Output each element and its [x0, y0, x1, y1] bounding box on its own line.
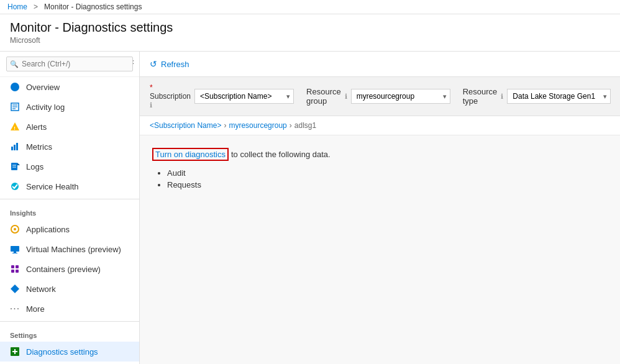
refresh-icon: ↺	[150, 59, 157, 69]
diag-list-item-requests: Requests	[167, 180, 608, 189]
svg-text:!: !	[14, 125, 16, 131]
alerts-icon: !	[10, 122, 20, 132]
sub-breadcrumb-resource-group[interactable]: myresourcegroup	[229, 121, 286, 130]
subscription-filter-group: * Subscription ℹ <Subscription Name>	[150, 83, 294, 109]
svg-rect-6	[11, 147, 13, 150]
svg-rect-17	[14, 252, 16, 253]
main-layout: « 🔍 Overview Activity log ! Alerts	[0, 52, 620, 364]
subscription-info-icon: ℹ	[150, 101, 152, 109]
page-title: Monitor - Diagnostics settings	[10, 20, 610, 35]
content-area: ↺ Refresh * Subscription ℹ <Subscription…	[140, 52, 620, 364]
required-star: *	[150, 83, 153, 92]
turn-on-diagnostics-link[interactable]: Turn on diagnostics	[152, 148, 229, 161]
diag-icon	[10, 347, 20, 357]
resource-type-info-icon: ℹ	[501, 93, 503, 101]
containers-icon	[10, 264, 20, 274]
diagnostics-list: Audit Requests	[167, 168, 608, 189]
refresh-label: Refresh	[161, 60, 189, 69]
sidebar-divider-1	[0, 199, 139, 199]
resource-group-select-wrap: myresourcegroup	[351, 89, 450, 104]
sidebar-section-settings: Settings	[0, 324, 139, 342]
subscription-select[interactable]: <Subscription Name>	[194, 89, 294, 104]
subscription-select-wrap: <Subscription Name>	[194, 89, 294, 104]
sidebar-item-label-service-health: Service Health	[26, 182, 79, 191]
filter-bar: * Subscription ℹ <Subscription Name> Res…	[140, 77, 620, 116]
sidebar-item-label-applications: Applications	[26, 225, 70, 234]
svg-rect-19	[11, 265, 14, 268]
resource-type-filter-group: Resource type ℹ Data Lake Storage Gen1	[463, 87, 611, 106]
breadcrumb-sep1: >	[34, 2, 38, 11]
page-subtitle: Microsoft	[10, 36, 610, 45]
sidebar-item-more[interactable]: ··· More	[0, 299, 139, 319]
svg-point-15	[14, 228, 16, 230]
svg-marker-10	[17, 163, 20, 165]
main-diagnostics-content: Turn on diagnostics to collect the follo…	[140, 135, 620, 204]
refresh-button[interactable]: ↺ Refresh	[150, 57, 189, 71]
sidebar-item-label-diag: Diagnostics settings	[26, 347, 98, 357]
svg-rect-16	[11, 246, 19, 252]
diagnostics-message-text: to collect the following data.	[231, 150, 331, 159]
svg-rect-7	[14, 145, 16, 150]
svg-rect-21	[11, 270, 14, 273]
diagnostics-message: Turn on diagnostics to collect the follo…	[152, 148, 608, 161]
more-icon: ···	[10, 304, 20, 314]
vm-icon	[10, 244, 20, 254]
toolbar: ↺ Refresh	[140, 52, 620, 77]
sidebar-item-diagnostics-settings[interactable]: Diagnostics settings	[0, 342, 139, 362]
sidebar-item-virtual-machines[interactable]: Virtual Machines (preview)	[0, 239, 139, 259]
sidebar-search-container: 🔍	[0, 52, 139, 77]
sub-breadcrumb-resource: adlsg1	[294, 121, 316, 130]
breadcrumb-home[interactable]: Home	[7, 2, 27, 11]
sidebar-item-label-overview: Overview	[26, 83, 60, 92]
svg-rect-9	[11, 163, 17, 170]
sidebar-item-containers[interactable]: Containers (preview)	[0, 259, 139, 279]
sub-breadcrumb-subscription[interactable]: <Subscription Name>	[150, 121, 221, 130]
sidebar-item-service-health[interactable]: Service Health	[0, 176, 139, 196]
resource-type-select[interactable]: Data Lake Storage Gen1	[507, 89, 611, 104]
sub-breadcrumb-sep2: ›	[289, 121, 292, 130]
activity-icon	[10, 102, 20, 112]
sidebar-item-metrics[interactable]: Metrics	[0, 137, 139, 157]
svg-marker-23	[11, 284, 19, 293]
sidebar-item-alerts[interactable]: ! Alerts	[0, 117, 139, 137]
sub-breadcrumb: <Subscription Name> › myresourcegroup › …	[140, 116, 620, 135]
svg-point-13	[11, 183, 19, 190]
diag-list-item-audit: Audit	[167, 168, 608, 178]
sidebar-item-activity-log[interactable]: Activity log	[0, 97, 139, 117]
breadcrumb-current: Monitor - Diagnostics settings	[44, 2, 142, 11]
resource-type-select-wrap: Data Lake Storage Gen1	[507, 89, 611, 104]
search-icon: 🔍	[10, 60, 19, 68]
sidebar-item-label-metrics: Metrics	[26, 142, 52, 152]
resource-group-select[interactable]: myresourcegroup	[351, 89, 450, 104]
svg-rect-22	[16, 270, 19, 273]
resource-group-info-icon: ℹ	[345, 93, 347, 101]
page-header: Monitor - Diagnostics settings Microsoft	[0, 14, 620, 52]
network-icon	[10, 284, 20, 294]
sidebar: « 🔍 Overview Activity log ! Alerts	[0, 52, 140, 364]
logs-icon	[10, 162, 20, 171]
resource-type-label: Resource type	[463, 87, 498, 106]
sub-breadcrumb-sep1: ›	[224, 121, 226, 130]
sidebar-item-label-network: Network	[26, 284, 56, 294]
subscription-label: * Subscription ℹ	[150, 83, 191, 109]
svg-rect-20	[16, 265, 19, 268]
sidebar-item-applications[interactable]: Applications	[0, 219, 139, 239]
search-input[interactable]	[6, 57, 133, 71]
sidebar-item-logs[interactable]: Logs	[0, 157, 139, 176]
sidebar-item-label-more: More	[26, 304, 45, 314]
sidebar-item-overview[interactable]: Overview	[0, 77, 139, 97]
sidebar-item-network[interactable]: Network	[0, 279, 139, 299]
sidebar-item-label-containers: Containers (preview)	[26, 265, 101, 274]
sidebar-divider-2	[0, 321, 139, 322]
sidebar-section-insights: Insights	[0, 202, 139, 219]
svg-rect-8	[16, 143, 18, 150]
sidebar-item-label-activity: Activity log	[26, 102, 65, 112]
sidebar-item-label-alerts: Alerts	[26, 122, 47, 132]
top-breadcrumb: Home > Monitor - Diagnostics settings	[0, 0, 620, 14]
metrics-icon	[10, 142, 20, 152]
service-health-icon	[10, 181, 20, 191]
search-wrap: 🔍	[6, 57, 133, 71]
svg-rect-18	[12, 253, 17, 253]
sidebar-item-label-vm: Virtual Machines (preview)	[26, 245, 121, 254]
resource-group-filter-group: Resource group ℹ myresourcegroup	[306, 87, 450, 106]
